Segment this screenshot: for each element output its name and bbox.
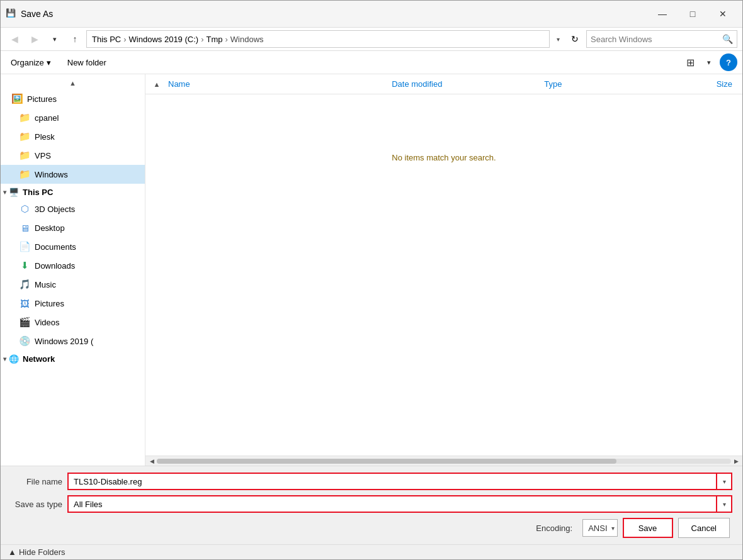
close-button[interactable]: ✕ bbox=[708, 4, 737, 23]
encoding-select[interactable]: ANSI ▾ bbox=[582, 519, 617, 537]
col-up-icon[interactable]: ▲ bbox=[150, 78, 163, 91]
file-list: ▲ Name Date modified Type Size No items … bbox=[145, 74, 742, 456]
new-folder-button[interactable]: New folder bbox=[61, 55, 113, 70]
path-drive: Windows 2019 (C:) bbox=[129, 35, 199, 44]
sidebar-item-documents-label: Documents bbox=[35, 242, 76, 252]
col-header-size[interactable]: Size bbox=[656, 77, 737, 91]
file-area: ▲ Name Date modified Type Size No items … bbox=[145, 74, 742, 466]
sidebar-item-downloads[interactable]: ⬇ Downloads bbox=[1, 256, 145, 275]
minimize-button[interactable]: — bbox=[648, 4, 677, 23]
this-pc-section[interactable]: ▾ 🖥️ This PC bbox=[1, 184, 145, 199]
sidebar-item-cpanel[interactable]: 📁 cpanel bbox=[1, 108, 145, 127]
file-name-row: File name ▾ bbox=[11, 473, 732, 490]
pictures-icon: 🖼 bbox=[18, 297, 31, 310]
documents-icon: 📄 bbox=[18, 240, 31, 253]
desktop-icon: 🖥 bbox=[18, 221, 31, 234]
horizontal-scrollbar[interactable]: ◀ ▶ bbox=[145, 456, 742, 466]
file-name-dropdown-button[interactable]: ▾ bbox=[717, 473, 732, 490]
sidebar-item-desktop-label: Desktop bbox=[35, 223, 65, 233]
h-scroll-left-button[interactable]: ◀ bbox=[147, 456, 157, 466]
sidebar-scroll-up[interactable]: ▲ bbox=[1, 77, 145, 89]
videos-icon: 🎬 bbox=[18, 316, 31, 328]
sidebar-item-desktop[interactable]: 🖥 Desktop bbox=[1, 218, 145, 237]
dialog-title: Save As bbox=[21, 9, 648, 19]
file-name-label: File name bbox=[11, 477, 67, 486]
view-toggle-button[interactable]: ⊞ bbox=[683, 54, 698, 71]
3d-objects-icon: ⬡ bbox=[18, 203, 31, 215]
search-box: 🔍 bbox=[586, 30, 737, 48]
sidebar-item-plesk-label: Plesk bbox=[35, 132, 55, 142]
encoding-chevron-icon: ▾ bbox=[611, 525, 615, 532]
col-header-date[interactable]: Date modified bbox=[387, 77, 539, 91]
forward-button[interactable]: ▶ bbox=[26, 30, 43, 48]
sidebar-item-plesk[interactable]: 📁 Plesk bbox=[1, 127, 145, 146]
col-header-name[interactable]: Name bbox=[163, 77, 387, 91]
cpanel-icon: 📁 bbox=[18, 111, 31, 124]
back-button[interactable]: ◀ bbox=[6, 30, 23, 48]
bottom-form: File name ▾ Save as type All Files ▾ Enc… bbox=[1, 466, 742, 544]
this-pc-chevron-icon: ▾ bbox=[3, 189, 6, 196]
sidebar-item-3d-label: 3D Objects bbox=[35, 204, 75, 214]
file-name-input-wrap: ▾ bbox=[67, 473, 732, 490]
sidebar-item-pictures[interactable]: 🖼 Pictures bbox=[1, 294, 145, 313]
organize-button[interactable]: Organize ▾ bbox=[6, 55, 56, 70]
sidebar-item-pictures-pin[interactable]: 🖼️ Pictures 📌 bbox=[1, 89, 145, 108]
footer: ▲ Hide Folders bbox=[1, 544, 742, 559]
vps-icon: 📁 bbox=[18, 149, 31, 162]
help-button[interactable]: ? bbox=[720, 53, 737, 71]
file-name-input[interactable] bbox=[67, 473, 717, 490]
title-bar: 💾 Save As — □ ✕ bbox=[1, 1, 742, 28]
sidebar-item-windows-drive[interactable]: 💿 Windows 2019 ( bbox=[1, 332, 145, 350]
save-type-input-wrap: All Files ▾ bbox=[67, 495, 732, 513]
network-section[interactable]: ▾ 🌐 Network bbox=[1, 350, 145, 366]
hide-folders-chevron-icon: ▲ bbox=[8, 547, 16, 557]
refresh-button[interactable]: ↻ bbox=[566, 30, 584, 48]
main-content: ▲ 🖼️ Pictures 📌 📁 cpanel 📁 Plesk bbox=[1, 74, 742, 466]
up-button[interactable]: ↑ bbox=[66, 30, 84, 48]
hide-folders-button[interactable]: ▲ Hide Folders bbox=[8, 547, 65, 557]
maximize-button[interactable]: □ bbox=[678, 4, 707, 23]
col-header-type[interactable]: Type bbox=[539, 77, 656, 91]
file-list-header: ▲ Name Date modified Type Size bbox=[145, 74, 742, 94]
plesk-icon: 📁 bbox=[18, 130, 31, 143]
search-input[interactable] bbox=[591, 35, 722, 44]
breadcrumb[interactable]: This PC › Windows 2019 (C:) › Tmp › Wind… bbox=[86, 30, 550, 48]
network-chevron-icon: ▾ bbox=[3, 356, 6, 362]
sidebar-item-music[interactable]: 🎵 Music bbox=[1, 275, 145, 294]
no-items-message: No items match your search. bbox=[145, 94, 742, 220]
toolbar: Organize ▾ New folder ⊞ ▾ ? bbox=[1, 51, 742, 74]
encoding-label: Encoding: bbox=[536, 524, 572, 533]
sidebar-item-downloads-label: Downloads bbox=[35, 261, 75, 271]
save-as-dialog: 💾 Save As — □ ✕ ◀ ▶ ▾ ↑ This PC › Window… bbox=[0, 0, 743, 560]
organize-label: Organize bbox=[11, 58, 44, 67]
sidebar-item-3d-objects[interactable]: ⬡ 3D Objects bbox=[1, 199, 145, 218]
view-dropdown-button[interactable]: ▾ bbox=[703, 56, 715, 69]
dialog-icon: 💾 bbox=[6, 8, 17, 20]
save-type-dropdown-button[interactable]: ▾ bbox=[717, 495, 732, 513]
h-scroll-right-button[interactable]: ▶ bbox=[731, 456, 741, 466]
sidebar-item-cpanel-label: cpanel bbox=[35, 113, 59, 123]
path-tmp: Tmp bbox=[206, 35, 222, 44]
windows-icon: 📁 bbox=[18, 168, 31, 181]
dropdown-button[interactable]: ▾ bbox=[46, 30, 64, 48]
sidebar-item-videos-label: Videos bbox=[35, 318, 60, 327]
address-bar: ◀ ▶ ▾ ↑ This PC › Windows 2019 (C:) › Tm… bbox=[1, 28, 742, 51]
h-scroll-track bbox=[157, 459, 731, 464]
save-as-type-input[interactable]: All Files bbox=[67, 495, 717, 513]
sidebar: ▲ 🖼️ Pictures 📌 📁 cpanel 📁 Plesk bbox=[1, 74, 145, 466]
organize-chevron-icon: ▾ bbox=[47, 58, 51, 67]
breadcrumb-dropdown-button[interactable]: ▾ bbox=[552, 30, 564, 48]
sidebar-item-windows[interactable]: 📁 Windows bbox=[1, 165, 145, 184]
search-icon: 🔍 bbox=[722, 34, 733, 44]
encoding-value: ANSI bbox=[588, 524, 607, 533]
save-type-row: Save as type All Files ▾ bbox=[11, 495, 732, 513]
cancel-button[interactable]: Cancel bbox=[678, 518, 730, 538]
save-button[interactable]: Save bbox=[623, 518, 673, 538]
this-pc-icon: 🖥️ bbox=[9, 188, 19, 197]
h-scroll-thumb[interactable] bbox=[157, 459, 616, 464]
sidebar-item-videos[interactable]: 🎬 Videos bbox=[1, 313, 145, 332]
sidebar-item-documents[interactable]: 📄 Documents bbox=[1, 237, 145, 256]
sidebar-item-pictures-label: Pictures bbox=[35, 299, 64, 308]
sidebar-item-vps[interactable]: 📁 VPS bbox=[1, 146, 145, 165]
drive-icon: 💿 bbox=[18, 335, 31, 347]
